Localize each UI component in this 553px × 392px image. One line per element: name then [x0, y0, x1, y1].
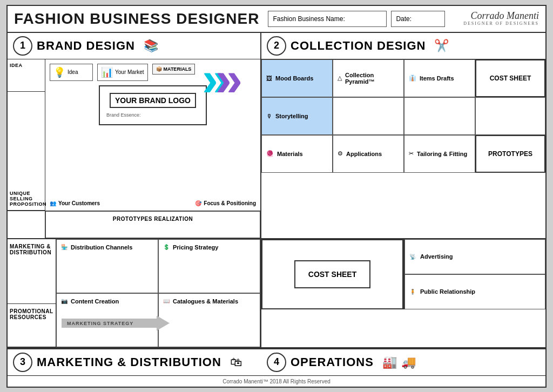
materials-icon: 📦: [156, 66, 162, 72]
items-icon: 👔: [409, 75, 416, 82]
materials2-icon: 🧶: [266, 150, 274, 157]
cost-sheet-middle: COST SHEET: [261, 239, 403, 309]
content-icon: 📷: [61, 298, 68, 304]
items-drafts-cell: 👔 Items Drafts: [404, 59, 475, 97]
collection-pyramid-cell: △ Collection Pyramid™: [333, 59, 404, 97]
tailoring-cell: ✂ Tailoring & Fitting: [404, 135, 475, 173]
side-labels: IDEA UNIQUE SELLING PROPOSITION: [8, 59, 45, 211]
date-field[interactable]: Date:: [391, 11, 445, 27]
empty-coll-1: [404, 97, 475, 135]
ops-grid: [261, 309, 545, 347]
ops-num: 4: [267, 353, 286, 372]
story-icon: 🎙: [266, 113, 272, 119]
mood-icon: 🖼: [266, 75, 272, 82]
business-name-field[interactable]: Fashion Business Name:: [268, 11, 387, 27]
usp-label: UNIQUE SELLING PROPOSITION: [8, 92, 45, 211]
collection-grid: 🖼 Mood Boards △ Collection Pyramid™ 👔 It…: [261, 59, 545, 173]
tailoring-icon: ✂: [409, 150, 414, 157]
brand-logo: Corrado Manenti DESIGNER OF DESIGNERS: [463, 11, 539, 26]
advertising-icon: 📡: [409, 254, 416, 260]
brand-logo-box: YOUR BRAND LOGO Brand Essence:: [99, 85, 207, 125]
idea-icon: 💡: [53, 66, 65, 78]
bag-icon: 🛍: [230, 355, 242, 369]
cost-sheet-header-cell: COST SHEET: [475, 59, 545, 97]
pr-icon: 🧍: [409, 289, 416, 295]
applications-icon: ⚙: [338, 150, 343, 157]
bottom-labels: 3 MARKETING & DISTRIBUTION 🛍 4 OPERATION…: [8, 348, 545, 375]
market-cell: 📊 Your Market: [97, 64, 148, 81]
app-title: FASHION BUSINESS DESIGNER: [14, 10, 259, 28]
prototypes-label-cell: PROTOTYPES: [475, 135, 545, 173]
distribution-cell: 🏪 Distribution Channels: [56, 239, 158, 293]
marketing-side-label: MARKETING & DISTRIBUTION: [8, 239, 56, 304]
brand-bottom-row: 👥 Your Customers 🎯 Focus & Positioning: [50, 200, 256, 206]
book-icon: 📚: [144, 39, 158, 53]
idea-label: IDEA: [8, 59, 45, 92]
mkt-strategy-arrow: MARKETING STRATEGY: [62, 316, 170, 331]
brand-design-num: 1: [13, 36, 32, 56]
collection-title: COLLECTION DESIGN: [291, 39, 426, 53]
market-icon: 📊: [101, 66, 113, 78]
cost-sheet-box: COST SHEET: [294, 260, 370, 288]
brand-essence: Brand Essence:: [106, 112, 199, 118]
strategy-text: MARKETING STRATEGY: [67, 321, 133, 326]
marketing-content: 🏪 Distribution Channels 💲 Pricing Strate…: [56, 239, 260, 347]
customers-cell: 👥 Your Customers: [50, 200, 100, 206]
footer-credit: Corrado Manenti™ 2018 All Rights Reserve…: [8, 376, 545, 387]
focus-icon: 🎯: [195, 200, 201, 206]
storytelling-cell: 🎙 Storytelling: [261, 97, 333, 135]
distribution-icon: 🏪: [61, 244, 68, 250]
arrow-shape: MARKETING STRATEGY: [62, 316, 170, 331]
catalogues-cell: 📖 Catalogues & Materials: [158, 293, 260, 347]
promo-side-label: PROMOTIONAL RESOURCES: [8, 304, 56, 347]
applications-cell: ⚙ Applications: [333, 135, 404, 173]
materials-coll-cell: [333, 97, 404, 135]
header: FASHION BUSINESS DESIGNER Fashion Busine…: [8, 6, 545, 33]
factory-icon: 🏭: [382, 355, 397, 369]
pricing-cell: 💲 Pricing Strategy: [158, 239, 260, 293]
materials-cell: 📦 MATERIALS: [152, 64, 195, 75]
scissors-icon: ✂️: [434, 39, 449, 53]
cost-sheet-col2: [475, 97, 545, 135]
brand-design-header: 1 BRAND DESIGN 📚: [8, 33, 260, 59]
collection-num: 2: [267, 36, 286, 56]
proto-row: PROTOTYPES REALIZATION: [8, 211, 260, 238]
mkt-num: 3: [13, 353, 32, 372]
brand-main: 💡 Idea 📊 Your Market 📦 MATERIALS: [45, 59, 260, 211]
advertising-cell: 📡 Advertising: [404, 239, 545, 274]
brand-top-row: 💡 Idea 📊 Your Market 📦 MATERIALS: [50, 64, 256, 81]
header-fields: Fashion Business Name: Date:: [268, 11, 455, 27]
brand-design-section: 1 BRAND DESIGN 📚 IDEA UNIQUE SELLING PRO…: [8, 33, 261, 238]
collection-design-section: » » 2 COLLECTION DESIGN ✂️ 🖼 Mood Boards: [261, 33, 545, 238]
top-row: 1 BRAND DESIGN 📚 IDEA UNIQUE SELLING PRO…: [8, 33, 545, 239]
pr-cell: 🧍 Public Relationship: [404, 274, 545, 309]
idea-cell: 💡 Idea: [50, 64, 93, 81]
marketing-side-labels: MARKETING & DISTRIBUTION PROMOTIONAL RES…: [8, 239, 56, 347]
main-content: 1 BRAND DESIGN 📚 IDEA UNIQUE SELLING PRO…: [8, 33, 545, 376]
pricing-icon: 💲: [163, 244, 170, 250]
collection-design-header: 2 COLLECTION DESIGN ✂️: [261, 33, 545, 59]
mood-boards-cell: 🖼 Mood Boards: [261, 59, 333, 97]
ops-title: OPERATIONS: [291, 355, 374, 369]
catalogues-icon: 📖: [163, 298, 170, 304]
customers-icon: 👥: [50, 200, 56, 206]
marketing-right: COST SHEET 📡 Advertising 🧍 Public Relati…: [261, 239, 545, 347]
proto-realization: PROTOTYPES REALIZATION: [45, 211, 260, 238]
page: FASHION BUSINESS DESIGNER Fashion Busine…: [6, 5, 547, 388]
marketing-left: MARKETING & DISTRIBUTION PROMOTIONAL RES…: [8, 239, 261, 347]
brand-design-title: BRAND DESIGN: [37, 39, 135, 53]
pyramid-icon: △: [338, 75, 342, 82]
marketing-bottom-label: 3 MARKETING & DISTRIBUTION 🛍: [8, 349, 261, 375]
brand-logo-title: YOUR BRAND LOGO: [110, 93, 196, 108]
focus-cell: 🎯 Focus & Positioning: [195, 200, 256, 206]
truck-icon: 🚚: [401, 355, 416, 369]
brand-design-body: IDEA UNIQUE SELLING PROPOSITION 💡 Idea: [8, 59, 260, 211]
proto-side: [8, 211, 45, 238]
operations-bottom-label: 4 OPERATIONS 🏭 🚚: [261, 349, 545, 375]
materials-row3: 🧶 Materials: [261, 135, 333, 173]
middle-row: MARKETING & DISTRIBUTION PROMOTIONAL RES…: [8, 239, 545, 348]
adv-pr-section: 📡 Advertising 🧍 Public Relationship: [403, 239, 545, 309]
mkt-title: MARKETING & DISTRIBUTION: [37, 355, 221, 369]
